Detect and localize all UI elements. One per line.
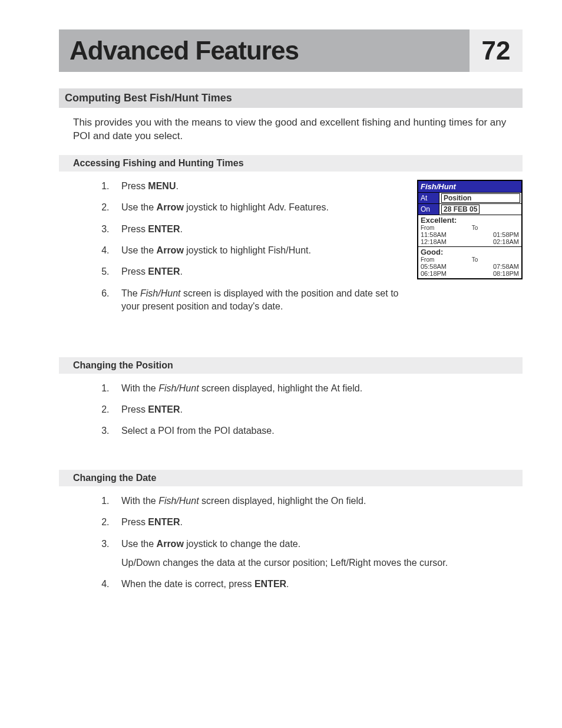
subsection-position-title: Changing the Position xyxy=(59,357,523,374)
date-step-2: Press ENTER. xyxy=(112,516,511,529)
fh-exc-from1: 11:58AM xyxy=(421,231,468,238)
menu-label: MENU xyxy=(148,181,176,191)
fh-to-label: To xyxy=(472,225,519,231)
fh-on-value: 28 FEB 05 xyxy=(441,205,480,214)
fh-on-label: On xyxy=(418,204,439,215)
adv-features-label: Adv. Features xyxy=(268,202,326,212)
fishhunt-italic: Fish/Hunt xyxy=(140,288,180,298)
page-header: Advanced Features 72 xyxy=(59,29,523,72)
fh-excellent-label: Excellent: xyxy=(421,216,519,225)
fh-from-label: From xyxy=(421,225,468,231)
position-step-1: With the Fish/Hunt screen displayed, hig… xyxy=(112,382,511,395)
fh-exc-to1: 01:58PM xyxy=(472,231,519,238)
date-step-3: Use the Arrow joystick to change the dat… xyxy=(112,538,511,570)
section-title: Computing Best Fish/Hunt Times xyxy=(59,88,523,108)
at-field-label: At xyxy=(331,383,340,393)
fh-at-value: Position xyxy=(441,193,520,203)
header-left: Advanced Features xyxy=(59,29,470,72)
arrow-label: Arrow xyxy=(157,245,184,255)
fishhunt-label: Fish/Hunt xyxy=(268,245,308,255)
fh-good-section: Good: From 05:58AM 06:18PM To 07:58AM 08… xyxy=(418,246,521,278)
fh-good-to2: 08:18PM xyxy=(472,270,519,277)
page-title: Advanced Features xyxy=(70,36,299,65)
page-number: 72 xyxy=(482,36,511,65)
date-steps: With the Fish/Hunt screen displayed, hig… xyxy=(94,495,511,591)
date-step-3-detail: Up/Down changes the data at the cursor p… xyxy=(121,556,511,569)
arrow-label: Arrow xyxy=(157,539,184,549)
access-step-4: Use the Arrow joystick to highlight Fish… xyxy=(112,244,405,257)
access-step-2: Use the Arrow joystick to highlight Adv.… xyxy=(112,201,405,214)
on-field-label: On xyxy=(331,496,343,506)
fh-at-label: At xyxy=(418,193,439,203)
fh-exc-to2: 02:18AM xyxy=(472,238,519,245)
fh-at-value-cell: Position xyxy=(439,193,521,203)
fh-good-from1: 05:58AM xyxy=(421,263,468,270)
access-step-6: The Fish/Hunt screen is displayed with t… xyxy=(112,287,405,314)
fh-good-to1: 07:58AM xyxy=(472,263,519,270)
access-step-5: Press ENTER. xyxy=(112,265,405,278)
position-steps: With the Fish/Hunt screen displayed, hig… xyxy=(94,382,511,438)
fh-to-label2: To xyxy=(472,256,519,263)
fh-excellent-section: Excellent: From 11:58AM 12:18AM To 01:58… xyxy=(418,215,521,246)
subsection-access-title: Accessing Fishing and Hunting Times xyxy=(59,155,523,172)
fh-on-value-cell: 28 FEB 05 xyxy=(439,204,521,215)
date-step-1: With the Fish/Hunt screen displayed, hig… xyxy=(112,495,511,508)
header-right: 72 xyxy=(470,29,523,72)
arrow-label: Arrow xyxy=(157,202,184,212)
date-step-4: When the date is correct, press ENTER. xyxy=(112,578,511,591)
fh-good-from2: 06:18PM xyxy=(421,270,468,277)
fh-title: Fish/Hunt xyxy=(418,181,521,192)
fh-exc-from2: 12:18AM xyxy=(421,238,468,245)
fh-from-label2: From xyxy=(421,256,468,263)
access-step-3: Press ENTER. xyxy=(112,223,405,236)
position-step-3: Select a POI from the POI database. xyxy=(112,424,511,437)
subsection-date-title: Changing the Date xyxy=(59,470,523,486)
enter-label: ENTER xyxy=(148,224,180,234)
position-step-2: Press ENTER. xyxy=(112,403,511,416)
enter-label: ENTER xyxy=(148,404,180,414)
enter-label: ENTER xyxy=(148,266,180,276)
access-steps: Press MENU. Use the Arrow joystick to hi… xyxy=(59,180,417,322)
enter-label: ENTER xyxy=(254,579,286,589)
fh-good-label: Good: xyxy=(421,248,519,256)
access-step-1: Press MENU. xyxy=(112,180,405,193)
enter-label: ENTER xyxy=(148,517,180,527)
fishhunt-screen: Fish/Hunt At Position On 28 FEB 05 Excel… xyxy=(417,180,523,279)
intro-text: This provides you with the means to view… xyxy=(73,116,523,143)
